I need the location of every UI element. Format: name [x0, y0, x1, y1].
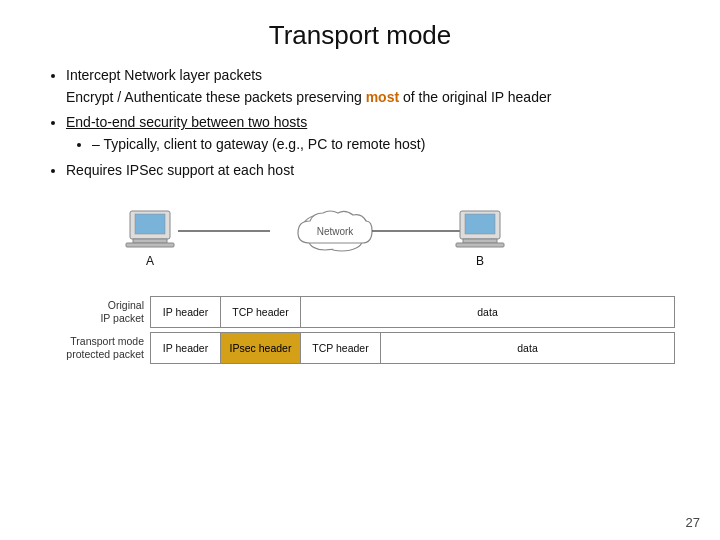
diagram: A Network B	[40, 191, 680, 368]
svg-text:Network: Network	[317, 226, 355, 237]
svg-rect-19	[463, 239, 497, 243]
svg-rect-20	[456, 243, 504, 247]
orig-tcp-header: TCP header	[221, 297, 301, 327]
bullet-1-text-after: of the original IP header	[399, 89, 551, 105]
transport-packet-cells: IP header IPsec header TCP header data	[150, 332, 675, 364]
transport-packet-label: Transport modeprotected packet	[45, 335, 150, 362]
bullet-1-text-before: Intercept Network layer packets Encrypt …	[66, 67, 366, 105]
bullet-1: Intercept Network layer packets Encrypt …	[66, 65, 680, 108]
orig-data: data	[301, 297, 674, 327]
trans-ipsec-header: IPsec header	[221, 333, 301, 363]
page-number: 27	[686, 515, 700, 530]
svg-text:A: A	[146, 254, 154, 268]
bullet-1-highlight: most	[366, 89, 399, 105]
svg-rect-3	[135, 214, 165, 234]
bullet-list: Intercept Network layer packets Encrypt …	[50, 65, 680, 181]
slide-title: Transport mode	[40, 20, 680, 51]
original-packet-row: OriginalIP packet IP header TCP header d…	[45, 296, 675, 328]
network-svg: A Network B	[70, 191, 650, 296]
original-packet-cells: IP header TCP header data	[150, 296, 675, 328]
trans-data: data	[381, 333, 674, 363]
trans-tcp-header: TCP header	[301, 333, 381, 363]
svg-rect-2	[126, 243, 174, 247]
svg-rect-1	[133, 239, 167, 243]
trans-ip-header: IP header	[151, 333, 221, 363]
sub-bullet-1: Typically, client to gateway (e.g., PC t…	[92, 134, 680, 156]
svg-rect-21	[465, 214, 495, 234]
bullet-2: End-to-end security between two hosts Ty…	[66, 112, 680, 155]
original-packet-label: OriginalIP packet	[45, 299, 150, 326]
orig-ip-header: IP header	[151, 297, 221, 327]
packet-section: OriginalIP packet IP header TCP header d…	[45, 296, 675, 368]
slide: Transport mode Intercept Network layer p…	[0, 0, 720, 540]
bullet-3: Requires IPSec support at each host	[66, 160, 680, 182]
transport-packet-row: Transport modeprotected packet IP header…	[45, 332, 675, 364]
svg-text:B: B	[476, 254, 484, 268]
bullet-2-text: End-to-end security between two hosts	[66, 114, 307, 130]
